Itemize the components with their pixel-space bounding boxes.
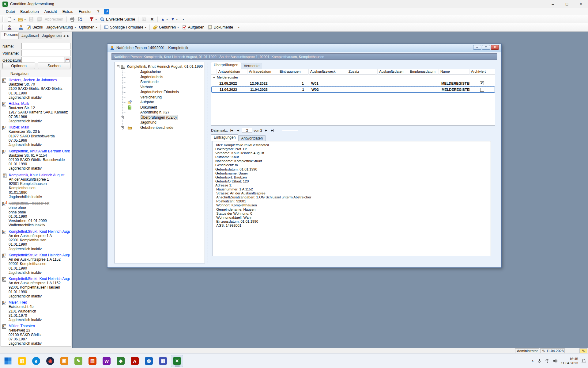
- tree-item-label[interactable]: Aufgabe: [140, 100, 155, 104]
- tree-item-label[interactable]: Jagdscheine: [140, 70, 161, 74]
- column-header[interactable]: Name: [439, 69, 469, 75]
- taskbar-app-icon[interactable]: ▤: [86, 355, 99, 367]
- wifi-icon[interactable]: [545, 358, 550, 363]
- person-list-item[interactable]: Komplettnik, Theodor Tot ohne ohne ohne …: [1, 200, 71, 228]
- tree-item-label[interactable]: Jagdaufseher Erlaubnis: [140, 90, 179, 94]
- tree-item[interactable]: Versicherung: [123, 95, 204, 100]
- table-row[interactable]: 11.04.2023 11.04.2023 1 W02 MELDEREGISTE…: [211, 86, 495, 93]
- tree-item[interactable]: Verbote: [123, 85, 204, 90]
- filter-button[interactable]: ▾: [88, 16, 98, 23]
- tree-item[interactable]: + Überprüfungen (0/2/0): [123, 115, 204, 121]
- taskbar-app-icon[interactable]: ✕: [171, 355, 183, 367]
- tab-scroll-left-icon[interactable]: ◀: [62, 34, 66, 38]
- toolbar-overflow-button[interactable]: ▾: [235, 24, 242, 31]
- taskbar-app-icon[interactable]: ▣: [58, 355, 70, 367]
- window-minimize-button[interactable]: –: [546, 0, 560, 8]
- optionen-menu-button[interactable]: Optionen▾: [78, 24, 99, 31]
- column-header[interactable]: Anfragedatum: [247, 69, 278, 75]
- tree-item-label[interactable]: Gebührenbescheide: [140, 125, 174, 130]
- tree-item-label[interactable]: Jagderlaubnis: [140, 75, 164, 79]
- detail-tab[interactable]: Antwortdaten: [238, 135, 266, 141]
- left-tab[interactable]: Jagdbezirke: [18, 33, 39, 39]
- first-record-button[interactable]: |◀: [229, 128, 234, 133]
- tree-item[interactable]: + Gebührenbescheide: [123, 125, 204, 131]
- menu-item[interactable]: Datei: [3, 9, 17, 15]
- tree-root-label[interactable]: Komplettnik, Knut Heinrich August, 01.01…: [127, 64, 203, 69]
- tree-item-label[interactable]: Versicherung: [140, 95, 162, 99]
- person-window-titlebar[interactable]: Natürliche Person 14992001 - Komplettnik…: [107, 44, 501, 52]
- notifications-icon[interactable]: [581, 358, 586, 363]
- move-up-button[interactable]: ▲▾: [160, 16, 169, 23]
- dropdown-icon[interactable]: ▾: [96, 18, 97, 21]
- person-list-item[interactable]: KomplettnikStrukt, Knut Heinrich August …: [1, 228, 71, 252]
- tree-item-label[interactable]: Dokument: [140, 105, 158, 109]
- new-button[interactable]: ▾: [6, 16, 16, 23]
- tree-item-label[interactable]: Sachkunde: [140, 80, 159, 84]
- tree-item-label[interactable]: Jagdhund: [140, 120, 157, 125]
- dokumente-button[interactable]: Dokumente: [206, 24, 234, 31]
- taskbar-app-icon[interactable]: ✎: [72, 355, 85, 367]
- dropdown-icon[interactable]: ▾: [176, 18, 178, 21]
- taskbar-app-icon[interactable]: e: [30, 355, 42, 367]
- tree-item[interactable]: Jagderlaubnis: [123, 75, 204, 80]
- person-list-item[interactable]: Maier, Fred Existiernicht 4b 2101 Wunder…: [1, 299, 71, 323]
- person-button[interactable]: [17, 24, 24, 31]
- toolbar-overflow-button[interactable]: ▾: [179, 16, 187, 23]
- suchen-button[interactable]: Suchen: [38, 63, 70, 69]
- bezirk-button[interactable]: Bezirk: [25, 24, 44, 31]
- menu-item[interactable]: Bearbeiten: [17, 9, 41, 15]
- volume-icon[interactable]: [553, 358, 558, 363]
- dropdown-icon[interactable]: ▾: [24, 18, 26, 21]
- start-button[interactable]: [2, 355, 14, 367]
- aufgaben-button[interactable]: Aufgaben: [181, 24, 206, 31]
- taskbar-app-icon[interactable]: W: [100, 355, 113, 367]
- move-down-button[interactable]: ▼▾: [170, 16, 179, 23]
- tray-overflow-icon[interactable]: ∧: [531, 359, 534, 363]
- collapse-icon[interactable]: −: [117, 65, 119, 68]
- tree-item[interactable]: Jagdaufseher Erlaubnis: [123, 90, 204, 95]
- dropdown-icon[interactable]: ▾: [166, 18, 168, 21]
- group-row[interactable]: − Melderegister: [211, 75, 495, 80]
- panel-splitter[interactable]: [208, 62, 208, 263]
- person-list-item[interactable]: Müller, Thorsten Neißeweg 23 02100 SAKD …: [1, 323, 71, 347]
- tab-scroll-right-icon[interactable]: ▶: [66, 34, 70, 38]
- person-list-item[interactable]: Komplettnik, Knut Alwin Bertram Christ B…: [1, 148, 71, 172]
- column-header[interactable]: Empfangsdatum: [408, 69, 439, 75]
- person-list-item[interactable]: Hesters, Jochen Jo Johannes Bautzner Str…: [1, 77, 71, 101]
- column-header[interactable]: Zusatz: [347, 69, 378, 75]
- window-close-button[interactable]: ×: [574, 0, 588, 8]
- tree-item[interactable]: Anordnung n. §27: [123, 110, 204, 115]
- left-tab[interactable]: Jagdgenossen: [39, 33, 62, 39]
- name-input[interactable]: [21, 43, 70, 49]
- taskbar-app-icon[interactable]: ▥: [16, 355, 28, 367]
- toolbar-grip[interactable]: [2, 17, 4, 22]
- menu-item[interactable]: Fenster: [76, 9, 94, 15]
- tree-item[interactable]: Jagdhund: [123, 120, 204, 125]
- tree-item[interactable]: Dokument: [123, 105, 204, 110]
- print-button[interactable]: [69, 16, 76, 23]
- person-admin-button[interactable]: [6, 24, 13, 31]
- tree-item-label[interactable]: Überprüfungen (0/2/0): [140, 115, 178, 120]
- tree-item[interactable]: Jagdscheine: [123, 70, 204, 75]
- gebuehren-button[interactable]: Gebühren▾: [152, 24, 180, 31]
- tree-item[interactable]: Sachkunde: [123, 80, 204, 85]
- previous-record-button[interactable]: ◀: [236, 128, 241, 133]
- person-list-item[interactable]: Hübler, Maik Bautzner Str. 12 1917 SAKD …: [1, 101, 71, 124]
- tree-item[interactable]: Aufgabe: [123, 100, 204, 105]
- taskbar-app-icon[interactable]: ▦: [157, 355, 169, 367]
- gebdatum-input[interactable]: [21, 57, 64, 63]
- column-header[interactable]: Archiviert: [469, 69, 494, 75]
- optionen-button[interactable]: Optionen: [2, 63, 35, 69]
- sonstige-formulare-button[interactable]: Sonstige Formulare▾: [103, 24, 148, 31]
- calendar-button[interactable]: [65, 57, 70, 63]
- teamviewer-icon[interactable]: ⇄: [104, 9, 109, 14]
- taskbar-app-icon[interactable]: ◆: [115, 355, 127, 367]
- detail-tab[interactable]: Eintragungen: [211, 134, 238, 141]
- person-list-item[interactable]: KomplettnikStrukt, Knut Heinrich August …: [1, 252, 71, 276]
- record-position[interactable]: 2: [242, 128, 252, 133]
- left-tab[interactable]: Personen: [1, 32, 18, 39]
- taskbar-clock[interactable]: 16:45 11.04.2023: [561, 357, 578, 365]
- archiviert-checkbox[interactable]: [480, 81, 484, 85]
- checks-tab[interactable]: Vermerke: [241, 63, 262, 69]
- taskbar-app-icon[interactable]: A: [129, 355, 141, 367]
